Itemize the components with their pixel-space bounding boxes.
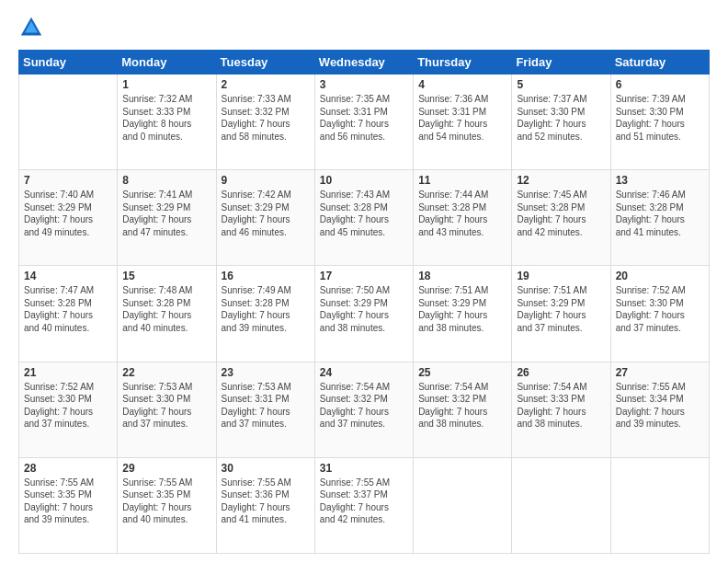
day-info: Sunrise: 7:42 AM Sunset: 3:29 PM Dayligh… — [222, 189, 310, 238]
calendar-cell: 23Sunrise: 7:53 AM Sunset: 3:31 PM Dayli… — [216, 362, 314, 457]
day-number: 26 — [517, 366, 605, 379]
day-info: Sunrise: 7:36 AM Sunset: 3:31 PM Dayligh… — [418, 93, 506, 143]
day-info: Sunrise: 7:51 AM Sunset: 3:29 PM Dayligh… — [517, 284, 605, 334]
calendar-week-1: 7Sunrise: 7:40 AM Sunset: 3:29 PM Daylig… — [19, 170, 710, 266]
calendar-cell: 17Sunrise: 7:50 AM Sunset: 3:29 PM Dayli… — [314, 266, 413, 362]
calendar-cell — [414, 457, 512, 553]
calendar-cell: 13Sunrise: 7:46 AM Sunset: 3:28 PM Dayli… — [610, 170, 709, 266]
day-number: 20 — [616, 270, 704, 282]
calendar-cell: 30Sunrise: 7:55 AM Sunset: 3:36 PM Dayli… — [216, 457, 314, 553]
calendar-cell: 19Sunrise: 7:51 AM Sunset: 3:29 PM Dayli… — [512, 266, 610, 362]
calendar-cell — [512, 457, 610, 553]
day-number: 17 — [320, 270, 408, 282]
header — [18, 15, 710, 40]
day-number: 1 — [122, 78, 210, 91]
day-info: Sunrise: 7:55 AM Sunset: 3:35 PM Dayligh… — [24, 477, 112, 526]
calendar-cell: 1Sunrise: 7:32 AM Sunset: 3:33 PM Daylig… — [118, 75, 216, 170]
calendar-cell: 11Sunrise: 7:44 AM Sunset: 3:28 PM Dayli… — [414, 170, 512, 266]
calendar-week-3: 21Sunrise: 7:52 AM Sunset: 3:30 PM Dayli… — [19, 362, 710, 457]
day-number: 6 — [616, 78, 704, 91]
day-number: 22 — [122, 366, 210, 379]
col-header-sunday: Sunday — [19, 51, 118, 75]
day-info: Sunrise: 7:54 AM Sunset: 3:33 PM Dayligh… — [517, 381, 605, 431]
day-info: Sunrise: 7:46 AM Sunset: 3:28 PM Dayligh… — [616, 189, 704, 238]
calendar-cell: 16Sunrise: 7:49 AM Sunset: 3:28 PM Dayli… — [216, 266, 314, 362]
calendar-cell: 15Sunrise: 7:48 AM Sunset: 3:28 PM Dayli… — [118, 266, 216, 362]
day-number: 28 — [24, 462, 112, 475]
day-number: 4 — [418, 78, 506, 91]
calendar-cell: 7Sunrise: 7:40 AM Sunset: 3:29 PM Daylig… — [19, 170, 118, 266]
day-info: Sunrise: 7:55 AM Sunset: 3:35 PM Dayligh… — [122, 477, 210, 526]
calendar-cell: 26Sunrise: 7:54 AM Sunset: 3:33 PM Dayli… — [512, 362, 610, 457]
col-header-wednesday: Wednesday — [314, 51, 413, 75]
day-number: 25 — [418, 366, 506, 379]
calendar-cell — [610, 457, 709, 553]
calendar-cell: 27Sunrise: 7:55 AM Sunset: 3:34 PM Dayli… — [610, 362, 709, 457]
day-info: Sunrise: 7:39 AM Sunset: 3:30 PM Dayligh… — [616, 93, 704, 143]
day-info: Sunrise: 7:43 AM Sunset: 3:28 PM Dayligh… — [320, 189, 408, 238]
day-info: Sunrise: 7:51 AM Sunset: 3:29 PM Dayligh… — [418, 284, 506, 334]
day-number: 12 — [517, 174, 605, 187]
calendar-table: SundayMondayTuesdayWednesdayThursdayFrid… — [18, 50, 710, 554]
col-header-friday: Friday — [512, 51, 610, 75]
calendar-cell: 28Sunrise: 7:55 AM Sunset: 3:35 PM Dayli… — [19, 457, 118, 553]
day-info: Sunrise: 7:50 AM Sunset: 3:29 PM Dayligh… — [320, 284, 408, 334]
day-number: 21 — [24, 366, 112, 379]
day-info: Sunrise: 7:52 AM Sunset: 3:30 PM Dayligh… — [616, 284, 704, 334]
logo-icon — [18, 15, 44, 40]
calendar-cell: 6Sunrise: 7:39 AM Sunset: 3:30 PM Daylig… — [610, 75, 709, 170]
day-number: 10 — [320, 174, 408, 187]
calendar-cell: 25Sunrise: 7:54 AM Sunset: 3:32 PM Dayli… — [414, 362, 512, 457]
calendar-cell: 4Sunrise: 7:36 AM Sunset: 3:31 PM Daylig… — [414, 75, 512, 170]
day-info: Sunrise: 7:52 AM Sunset: 3:30 PM Dayligh… — [24, 381, 112, 431]
day-info: Sunrise: 7:35 AM Sunset: 3:31 PM Dayligh… — [320, 93, 408, 143]
day-info: Sunrise: 7:47 AM Sunset: 3:28 PM Dayligh… — [24, 284, 112, 334]
calendar-week-0: 1Sunrise: 7:32 AM Sunset: 3:33 PM Daylig… — [19, 75, 710, 170]
day-number: 15 — [122, 270, 210, 282]
day-info: Sunrise: 7:53 AM Sunset: 3:30 PM Dayligh… — [122, 381, 210, 431]
day-info: Sunrise: 7:49 AM Sunset: 3:28 PM Dayligh… — [222, 284, 310, 334]
day-info: Sunrise: 7:55 AM Sunset: 3:37 PM Dayligh… — [320, 477, 408, 526]
calendar-cell: 5Sunrise: 7:37 AM Sunset: 3:30 PM Daylig… — [512, 75, 610, 170]
day-number: 5 — [517, 78, 605, 91]
day-info: Sunrise: 7:44 AM Sunset: 3:28 PM Dayligh… — [418, 189, 506, 238]
logo — [18, 15, 48, 40]
day-number: 13 — [616, 174, 704, 187]
day-number: 8 — [122, 174, 210, 187]
col-header-saturday: Saturday — [610, 51, 709, 75]
calendar-cell: 18Sunrise: 7:51 AM Sunset: 3:29 PM Dayli… — [414, 266, 512, 362]
day-number: 18 — [418, 270, 506, 282]
calendar-cell: 9Sunrise: 7:42 AM Sunset: 3:29 PM Daylig… — [216, 170, 314, 266]
calendar-cell: 31Sunrise: 7:55 AM Sunset: 3:37 PM Dayli… — [314, 457, 413, 553]
day-number: 11 — [418, 174, 506, 187]
col-header-monday: Monday — [118, 51, 216, 75]
calendar-week-2: 14Sunrise: 7:47 AM Sunset: 3:28 PM Dayli… — [19, 266, 710, 362]
calendar-cell: 24Sunrise: 7:54 AM Sunset: 3:32 PM Dayli… — [314, 362, 413, 457]
day-info: Sunrise: 7:40 AM Sunset: 3:29 PM Dayligh… — [24, 189, 112, 238]
calendar-cell: 22Sunrise: 7:53 AM Sunset: 3:30 PM Dayli… — [118, 362, 216, 457]
calendar-cell: 12Sunrise: 7:45 AM Sunset: 3:28 PM Dayli… — [512, 170, 610, 266]
day-info: Sunrise: 7:54 AM Sunset: 3:32 PM Dayligh… — [320, 381, 408, 431]
calendar-week-4: 28Sunrise: 7:55 AM Sunset: 3:35 PM Dayli… — [19, 457, 710, 553]
day-info: Sunrise: 7:37 AM Sunset: 3:30 PM Dayligh… — [517, 93, 605, 143]
day-number: 3 — [320, 78, 408, 91]
col-header-tuesday: Tuesday — [216, 51, 314, 75]
calendar-cell: 8Sunrise: 7:41 AM Sunset: 3:29 PM Daylig… — [118, 170, 216, 266]
day-number: 29 — [122, 462, 210, 475]
calendar-cell: 3Sunrise: 7:35 AM Sunset: 3:31 PM Daylig… — [314, 75, 413, 170]
day-number: 7 — [24, 174, 112, 187]
day-number: 23 — [222, 366, 310, 379]
col-header-thursday: Thursday — [414, 51, 512, 75]
day-info: Sunrise: 7:48 AM Sunset: 3:28 PM Dayligh… — [122, 284, 210, 334]
day-number: 27 — [616, 366, 704, 379]
calendar-cell — [19, 75, 118, 170]
calendar-cell: 20Sunrise: 7:52 AM Sunset: 3:30 PM Dayli… — [610, 266, 709, 362]
page: SundayMondayTuesdayWednesdayThursdayFrid… — [0, 0, 728, 563]
day-number: 14 — [24, 270, 112, 282]
day-info: Sunrise: 7:53 AM Sunset: 3:31 PM Dayligh… — [222, 381, 310, 431]
calendar-cell: 21Sunrise: 7:52 AM Sunset: 3:30 PM Dayli… — [19, 362, 118, 457]
day-number: 24 — [320, 366, 408, 379]
day-number: 31 — [320, 462, 408, 475]
calendar-cell: 2Sunrise: 7:33 AM Sunset: 3:32 PM Daylig… — [216, 75, 314, 170]
day-info: Sunrise: 7:54 AM Sunset: 3:32 PM Dayligh… — [418, 381, 506, 431]
